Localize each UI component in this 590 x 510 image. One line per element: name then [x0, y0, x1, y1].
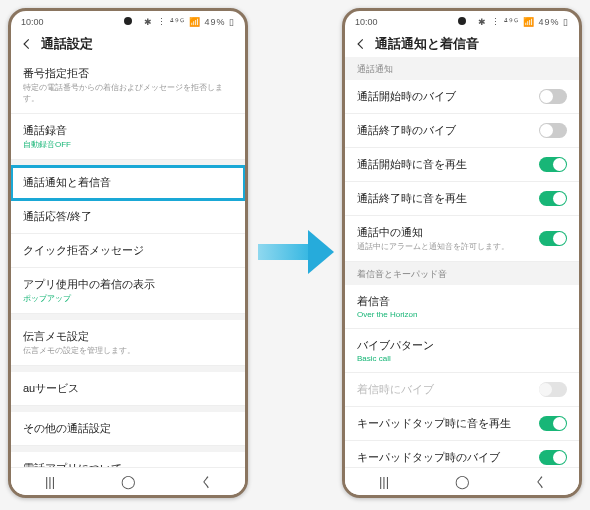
back-icon[interactable] [19, 36, 35, 52]
page-title: 通話設定 [41, 35, 93, 53]
page-title: 通話通知と着信音 [375, 35, 479, 53]
settings-row[interactable]: バイブパターンBasic call [345, 329, 579, 373]
settings-list-left: 番号指定拒否特定の電話番号からの着信およびメッセージを拒否します。通話録音自動録… [11, 57, 245, 467]
row-label: 伝言メモ設定 [23, 329, 233, 344]
row-sublabel: 特定の電話番号からの着信およびメッセージを拒否します。 [23, 82, 233, 104]
status-icons: ✱ ⋮ ⁴⁹ᴳ 📶 49% ▯ [144, 17, 235, 27]
toggle-switch[interactable] [539, 191, 567, 206]
row-label: 着信音 [357, 294, 567, 309]
toggle-switch[interactable] [539, 231, 567, 246]
status-icons: ✱ ⋮ ⁴⁹ᴳ 📶 49% ▯ [478, 17, 569, 27]
row-label: 番号指定拒否 [23, 66, 233, 81]
toggle-switch[interactable] [539, 157, 567, 172]
settings-row[interactable]: 通話開始時のバイブ [345, 80, 579, 114]
row-label: キーパッドタップ時のバイブ [357, 450, 539, 465]
row-label: 通話応答/終了 [23, 209, 233, 224]
row-label: 着信時にバイブ [357, 382, 539, 397]
settings-list-right: 通話通知通話開始時のバイブ通話終了時のバイブ通話開始時に音を再生通話終了時に音を… [345, 57, 579, 467]
toggle-switch[interactable] [539, 450, 567, 465]
row-sublabel: Basic call [357, 354, 567, 363]
row-sublabel: Over the Horizon [357, 310, 567, 319]
row-sublabel: ポップアップ [23, 293, 233, 304]
settings-row[interactable]: 通話録音自動録音OFF [11, 114, 245, 160]
section-header: 着信音とキーパッド音 [345, 262, 579, 285]
row-label: 通話終了時のバイブ [357, 123, 539, 138]
toggle-switch[interactable] [539, 416, 567, 431]
camera-cutout [124, 17, 132, 25]
section-header: 通話通知 [345, 57, 579, 80]
row-sublabel: 自動録音OFF [23, 139, 233, 150]
settings-row[interactable]: アプリ使用中の着信の表示ポップアップ [11, 268, 245, 314]
nav-back-icon[interactable]: く [525, 473, 555, 491]
row-label: バイブパターン [357, 338, 567, 353]
settings-row[interactable]: キーパッドタップ時に音を再生 [345, 407, 579, 441]
settings-row[interactable]: 通話開始時に音を再生 [345, 148, 579, 182]
row-label: 通話通知と着信音 [23, 175, 233, 190]
nav-bar: ||| ◯ く [11, 467, 245, 495]
settings-row[interactable]: 電話アプリについて [11, 452, 245, 467]
nav-recent-icon[interactable]: ||| [369, 474, 399, 489]
nav-home-icon[interactable]: ◯ [447, 474, 477, 489]
row-label: 通話録音 [23, 123, 233, 138]
row-sublabel: 通話中にアラームと通知音を許可します。 [357, 241, 539, 252]
toggle-switch[interactable] [539, 123, 567, 138]
settings-row[interactable]: クイック拒否メッセージ [11, 234, 245, 268]
row-label: アプリ使用中の着信の表示 [23, 277, 233, 292]
settings-row[interactable]: 通話応答/終了 [11, 200, 245, 234]
settings-row[interactable]: 通話終了時のバイブ [345, 114, 579, 148]
row-label: その他の通話設定 [23, 421, 233, 436]
toggle-switch [539, 382, 567, 397]
settings-row[interactable]: キーパッドタップ時のバイブ [345, 441, 579, 467]
row-label: キーパッドタップ時に音を再生 [357, 416, 539, 431]
settings-row[interactable]: その他の通話設定 [11, 412, 245, 446]
nav-recent-icon[interactable]: ||| [35, 474, 65, 489]
phone-right: 10:00 ✱ ⋮ ⁴⁹ᴳ 📶 49% ▯ 通話通知と着信音 通話通知通話開始時… [342, 8, 582, 498]
settings-row[interactable]: 番号指定拒否特定の電話番号からの着信およびメッセージを拒否します。 [11, 57, 245, 114]
nav-bar: ||| ◯ く [345, 467, 579, 495]
settings-row[interactable]: 着信時にバイブ [345, 373, 579, 407]
settings-row[interactable]: 着信音Over the Horizon [345, 285, 579, 329]
row-sublabel: 伝言メモの設定を管理します。 [23, 345, 233, 356]
settings-row[interactable]: 伝言メモ設定伝言メモの設定を管理します。 [11, 320, 245, 366]
toggle-switch[interactable] [539, 89, 567, 104]
back-icon[interactable] [353, 36, 369, 52]
status-time: 10:00 [355, 17, 378, 27]
row-label: 通話中の通知 [357, 225, 539, 240]
phone-left: 10:00 ✱ ⋮ ⁴⁹ᴳ 📶 49% ▯ 通話設定 番号指定拒否特定の電話番号… [8, 8, 248, 498]
settings-row[interactable]: 通話中の通知通話中にアラームと通知音を許可します。 [345, 216, 579, 262]
row-label: 通話開始時に音を再生 [357, 157, 539, 172]
settings-row[interactable]: 通話通知と着信音 [11, 166, 245, 200]
nav-back-icon[interactable]: く [191, 473, 221, 491]
status-time: 10:00 [21, 17, 44, 27]
settings-row[interactable]: 通話終了時に音を再生 [345, 182, 579, 216]
arrow-icon [258, 230, 334, 274]
row-label: auサービス [23, 381, 233, 396]
settings-row[interactable]: auサービス [11, 372, 245, 406]
row-label: 通話終了時に音を再生 [357, 191, 539, 206]
row-label: クイック拒否メッセージ [23, 243, 233, 258]
camera-cutout [458, 17, 466, 25]
row-label: 通話開始時のバイブ [357, 89, 539, 104]
nav-home-icon[interactable]: ◯ [113, 474, 143, 489]
